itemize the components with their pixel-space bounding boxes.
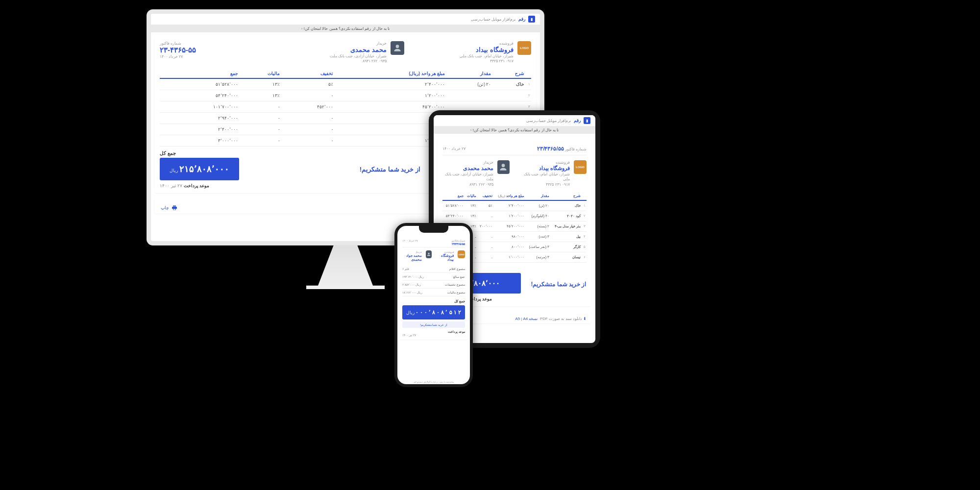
- phone-mockup: شماره فاکتور۲۳/۴۳۶۵/۵۵ ۲۷ خرداد ۱۴۰۰ LOG…: [394, 223, 473, 387]
- app-header: ▮ رقم نرم‌افزار موبایل حساب‌رسی: [434, 115, 595, 126]
- due-date: موعد پرداخت ۲۷ تیر ۱۴۰۰: [160, 183, 239, 188]
- print-icon: [172, 205, 177, 211]
- table-row: ۱خاک۲۰ (تن)۲٬۴۰۰٬۰۰۰۵٪۱۳٪۵۱٬۵۲۸٬۰۰۰: [442, 200, 587, 211]
- chevron-left-icon: ‹: [301, 26, 303, 31]
- table-row: ۲کود ۲۰۲۰۴۰ (کیلوگرم)۱٬۲۰۰٬۰۰۰-۱۳٪۵۴٬۲۴۰…: [442, 211, 587, 221]
- app-logo-icon: ▮: [528, 16, 535, 23]
- app-tagline: نرم‌افزار موبایل حساب‌رسی: [471, 17, 515, 22]
- seller-logo-icon: LOGO: [458, 250, 465, 258]
- phone-notch: [419, 226, 448, 233]
- seller-logo-icon: LOGO: [574, 160, 587, 174]
- svg-point-2: [428, 253, 430, 254]
- chevron-left-icon: ‹: [470, 128, 472, 132]
- seller-block: LOGO فروشنده فروشگاه بیداد شیراز، خیابان…: [414, 41, 531, 64]
- invoice-topbar: شماره فاکتور۲۳/۴۳۶۵/۵۵ ۲۷ خرداد ۱۴۰۰: [402, 238, 465, 247]
- seller-logo-icon: LOGO: [517, 41, 531, 55]
- app-name: رقم: [518, 17, 525, 22]
- grand-total: ۲۱۵٬۸۰۸٬۰۰۰ ریال: [160, 158, 239, 180]
- invoice-topbar: شماره فاکتور ۲۳/۴۳۶۵/۵۵ ۲۷ خرداد ۱۴۰۰: [442, 143, 587, 155]
- app-logo-icon: ▮: [584, 117, 590, 124]
- invoice-number-block: شماره فاکتور ۲۳-۴۳۶۵-۵۵ ۲۷ خرداد ۱۴۰۰: [160, 41, 277, 64]
- grand-total: ۲ ۱ ۵ ٬ ۸ ۰ ۸ ٬ ۰ ۰ ۰ ریال: [402, 305, 465, 319]
- seller-name: فروشگاه بیداد: [460, 46, 514, 53]
- buyer-avatar-icon: [391, 41, 404, 55]
- promo-banner[interactable]: تا به حال از رقم استفاده نکردی؟ همین حال…: [434, 126, 595, 134]
- buyer-block: خریدار محمد محمدی شیراز، خیابان آزادی، ج…: [442, 160, 510, 187]
- phone-app: شماره فاکتور۲۳/۴۳۶۵/۵۵ ۲۷ خرداد ۱۴۰۰ LOG…: [397, 226, 470, 384]
- table-row: ۲۱٬۲۰۰٬۰۰۰-۱۳٪۵۴٬۲۴۰٬۰۰۰: [160, 90, 531, 101]
- table-row: ۱خاک۲۰ (تن)۲٬۴۰۰٬۰۰۰۵٪۱۳٪۵۱٬۵۲۸٬۰۰۰: [160, 78, 531, 90]
- app-header: ▮ رقم نرم‌افزار موبایل حساب‌رسی: [151, 14, 540, 25]
- invoice-number: ۲۳-۴۳۶۵-۵۵: [160, 46, 277, 54]
- buyer-name: محمد محمدی: [330, 46, 387, 53]
- svg-point-1: [502, 164, 505, 167]
- buyer-avatar-icon: [426, 250, 432, 258]
- seller-block: LOGO فروشنده فروشگاه بیداد شیراز، خیابان…: [519, 160, 587, 187]
- svg-point-0: [395, 45, 399, 48]
- buyer-block: خریدار محمد محمدی شیراز، خیابان آزادی، ج…: [287, 41, 404, 64]
- promo-banner[interactable]: تا به حال از رقم استفاده نکردی؟ همین حال…: [151, 25, 540, 32]
- thanks-text: از خرید شما متشکریم!: [402, 321, 465, 328]
- phone-footer: ساخته شده با رقم - در بازار یا گوگل‌پلی …: [397, 381, 470, 383]
- summary-list: مجموع اقلام۶ قلم جمع مبالغریال ۱۹۴٬۱۴۰٬۰…: [402, 265, 465, 296]
- buyer-avatar-icon: [497, 160, 510, 174]
- buyer-block: خریدارمحمد جواد محمدی: [402, 250, 432, 262]
- seller-block: LOGO فروشندهفروشگاه بیداد: [436, 250, 465, 262]
